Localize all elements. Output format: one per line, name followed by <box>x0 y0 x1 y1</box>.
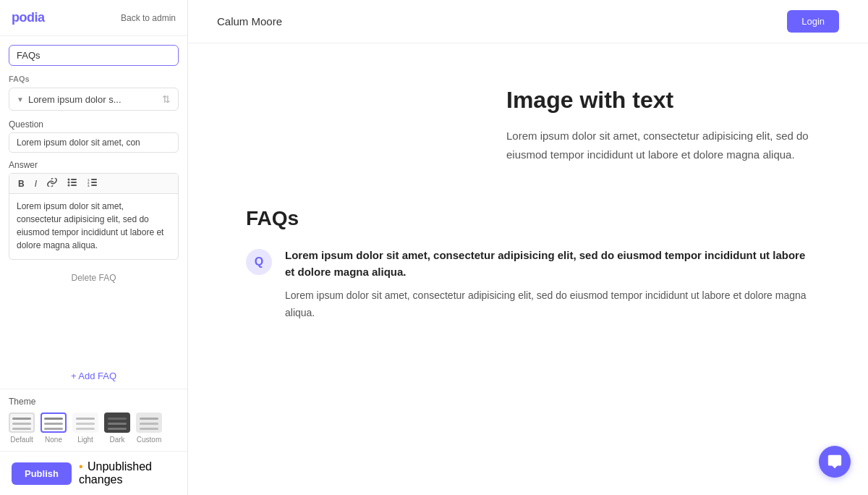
faqs-section-label: FAQs <box>9 75 179 83</box>
theme-label: Theme <box>9 397 179 407</box>
sidebar-footer: Publish • Unpublished changes <box>0 451 187 495</box>
image-text-body: Lorem ipsum dolor sit amet, consectetur … <box>506 127 810 164</box>
sidebar-header: podia Back to admin <box>0 0 187 36</box>
answer-body[interactable]: Lorem ipsum dolor sit amet, consectetur … <box>9 194 178 259</box>
add-faq-button[interactable]: + Add FAQ <box>0 363 187 389</box>
theme-option-dark[interactable]: Dark <box>104 412 130 444</box>
faq-answer: Lorem ipsum dolor sit amet, consectetur … <box>285 287 810 322</box>
svg-rect-3 <box>71 182 77 183</box>
back-to-admin-link[interactable]: Back to admin <box>121 13 176 23</box>
question-field-section: Question <box>9 119 179 153</box>
search-input[interactable] <box>9 45 179 66</box>
answer-editor: B I 1.2.3. Lorem ipsum dolor sit amet, c… <box>9 173 179 260</box>
delete-faq-button[interactable]: Delete FAQ <box>9 267 179 289</box>
theme-swatch-none <box>41 412 67 433</box>
svg-rect-7 <box>91 179 97 180</box>
svg-point-2 <box>68 182 70 184</box>
ordered-list-button[interactable]: 1.2.3. <box>85 177 101 190</box>
main-content: Calum Moore Login Image with text Lorem … <box>188 0 868 495</box>
unordered-list-button[interactable] <box>64 177 80 190</box>
svg-rect-1 <box>71 179 77 180</box>
image-text-section: Image with text Lorem ipsum dolor sit am… <box>188 43 868 192</box>
faq-dropdown[interactable]: ▼ Lorem ipsum dolor s... ⇅ <box>9 88 179 111</box>
chevron-down-icon: ▼ <box>17 96 24 103</box>
link-button[interactable] <box>44 177 60 190</box>
faq-question: Lorem ipsum dolor sit amet, consectetur … <box>285 248 810 280</box>
answer-label: Answer <box>9 160 179 170</box>
theme-swatch-custom <box>136 412 162 433</box>
bold-button[interactable]: B <box>15 177 27 190</box>
svg-rect-11 <box>91 185 97 186</box>
sidebar: podia Back to admin FAQs ▼ Lorem ipsum d… <box>0 0 188 495</box>
theme-swatch-default <box>9 412 35 433</box>
theme-option-light[interactable]: Light <box>72 412 98 444</box>
editor-toolbar: B I 1.2.3. <box>9 174 178 194</box>
faq-item: Q Lorem ipsum dolor sit amet, consectetu… <box>246 248 810 322</box>
image-text-title: Image with text <box>506 87 810 114</box>
theme-name-dark: Dark <box>109 436 124 444</box>
creator-name: Calum Moore <box>217 15 282 28</box>
theme-name-none: None <box>45 436 62 444</box>
sidebar-content: FAQs ▼ Lorem ipsum dolor s... ⇅ Question… <box>0 36 187 363</box>
faqs-section: FAQs Q Lorem ipsum dolor sit amet, conse… <box>188 192 868 380</box>
chat-button[interactable] <box>819 446 851 478</box>
theme-name-default: Default <box>10 436 33 444</box>
sort-icon: ⇅ <box>162 93 171 105</box>
login-button[interactable]: Login <box>787 10 839 33</box>
theme-name-light: Light <box>77 436 93 444</box>
theme-section: Theme Default None <box>0 389 187 451</box>
image-text-content: Image with text Lorem ipsum dolor sit am… <box>506 87 810 164</box>
svg-point-0 <box>68 179 70 181</box>
publish-button[interactable]: Publish <box>12 462 72 485</box>
faq-dropdown-label: Lorem ipsum dolor s... <box>28 94 122 105</box>
theme-option-default[interactable]: Default <box>9 412 35 444</box>
faq-text-block: Lorem ipsum dolor sit amet, consectetur … <box>285 248 810 322</box>
faqs-title: FAQs <box>246 207 810 230</box>
theme-option-custom[interactable]: Custom <box>136 412 162 444</box>
svg-point-4 <box>68 185 70 187</box>
unpublished-note: • Unpublished changes <box>79 460 176 486</box>
theme-swatch-dark <box>104 412 130 433</box>
svg-text:3.: 3. <box>88 184 90 187</box>
question-input[interactable] <box>9 132 179 153</box>
faq-icon: Q <box>246 249 272 275</box>
italic-button[interactable]: I <box>32 177 40 190</box>
logo: podia <box>12 10 45 25</box>
question-label: Question <box>9 119 179 130</box>
dot-icon: • <box>79 460 83 473</box>
theme-option-none[interactable]: None <box>41 412 67 444</box>
answer-field-section: Answer B I 1.2.3. Lorem ipsum dolor sit … <box>9 160 179 260</box>
svg-rect-5 <box>71 185 77 186</box>
svg-rect-9 <box>91 182 97 183</box>
theme-name-custom: Custom <box>137 436 161 444</box>
theme-swatch-light <box>72 412 98 433</box>
theme-options: Default None Light <box>9 412 179 444</box>
main-header: Calum Moore Login <box>188 0 868 43</box>
